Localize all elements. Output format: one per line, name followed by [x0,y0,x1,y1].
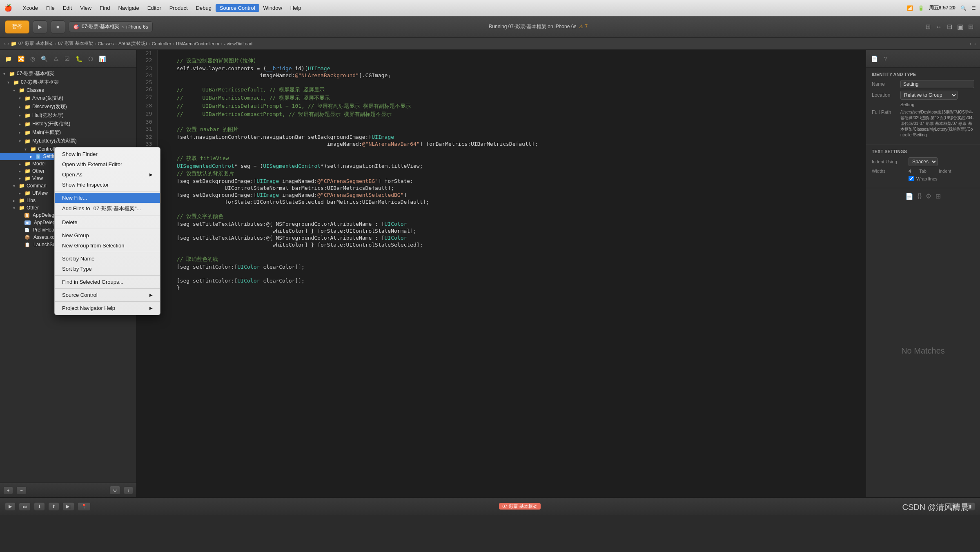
menubar-source-control[interactable]: Source Control [216,4,259,12]
line-code[interactable]: // 设置控制器的背景图片(拉伸) [157,57,866,65]
menubar-search[interactable]: 🔍 [960,5,967,11]
ctx-project-navigator-help[interactable]: Project Navigator Help ▶ [55,303,160,313]
indent-select[interactable]: Spaces [909,157,938,166]
line-code[interactable]: [self.navigationController.navigationBar… [157,134,866,140]
tree-item-root[interactable]: ▾ 📁 07-彩票-基本框架 [0,69,136,78]
panel-file-icon[interactable]: 📄 [869,54,880,64]
editor-mode-button[interactable]: ⊞ [924,21,932,32]
breadcrumb-action-back[interactable]: ‹ [970,41,971,46]
line-code[interactable]: [seg setTitleTextAttributes:@{ NSForegro… [157,220,866,227]
line-code[interactable] [157,79,866,86]
play-pause-btn[interactable]: ▶ [5,502,16,511]
sort-button[interactable]: ↕ [124,486,134,494]
line-code[interactable] [157,50,866,57]
sidebar-report-icon[interactable]: 📊 [97,54,107,64]
remove-file-button[interactable]: − [16,486,26,494]
menubar-file[interactable]: File [42,4,59,12]
menubar-edit[interactable]: Edit [59,4,76,12]
view-toggle-button[interactable]: ↔ [934,21,944,32]
line-code[interactable]: imageNamed:@"NLArenaNavBar64"] forBarMet… [157,140,866,147]
sidebar-symbol-icon[interactable]: ◎ [29,54,37,64]
line-code[interactable]: // UIBarMetricsDefaultPrompt = 101, // 竖… [157,102,866,110]
tree-item-project[interactable]: ▾ 📁 07-彩票-基本框架 [0,78,136,87]
tree-item-mylottery[interactable]: ▾ 📁 MyLottery(我的彩票) [0,137,136,145]
menubar-xcode[interactable]: Xcode [19,4,42,12]
sidebar-debug-icon[interactable]: 🐛 [74,54,84,64]
continue-btn[interactable]: ▶| [62,502,74,511]
panel-quick-help-icon[interactable]: ? [882,54,889,64]
menubar-window[interactable]: Window [259,4,286,12]
step-over-btn[interactable]: ⏭ [19,503,31,511]
line-code[interactable]: [seg setTitleTextAttributes:@{ NSForegro… [157,234,866,241]
tree-item-main[interactable]: ▸ 📁 Main(主框架) [0,128,136,137]
menubar-debug[interactable]: Debug [192,4,216,12]
line-code[interactable] [157,118,866,125]
breadcrumb-back[interactable]: ‹ [4,41,6,47]
line-code[interactable] [157,205,866,212]
apple-menu[interactable]: 🍎 [4,4,12,12]
line-code[interactable]: whiteColor] } forState:UIControlStateSel… [157,241,866,248]
line-code[interactable] [157,248,866,255]
line-code[interactable]: // 设置 navbar 的图片 [157,125,866,134]
line-code[interactable]: [seg setTintColor:[UIColor clearColor]]; [157,277,866,284]
breadcrumb-classes[interactable]: Classes [98,41,114,46]
breadcrumb-forward[interactable]: › [7,41,9,47]
ctx-delete[interactable]: Delete [55,217,160,227]
name-input[interactable] [900,80,974,88]
panel-icon-file[interactable]: 📄 [905,192,913,200]
step-out-btn[interactable]: ⬆ [48,502,59,511]
tree-item-hall[interactable]: ▸ 📁 Hall(竞彩大厅) [0,111,136,120]
line-code[interactable]: [seg setBackgroundImage:[UIImage imageNa… [157,191,866,198]
breadcrumb-action-forward[interactable]: › [974,41,976,46]
line-code[interactable]: [seg setTintColor:[UIColor clearColor]]; [157,263,866,270]
stop-button[interactable]: 暂停 [5,20,29,33]
sidebar-issue-icon[interactable]: ⚠ [52,54,60,64]
panel-toggle-button[interactable]: ▣ [956,21,965,32]
ctx-open-external[interactable]: Open with External Editor [55,159,160,169]
ctx-new-file[interactable]: New File... [55,193,160,203]
breadcrumb-target[interactable]: 07-彩票-基本框架 [58,40,93,47]
sidebar-breakpoint-icon[interactable]: ⬡ [87,54,95,64]
line-code[interactable]: // 设置文字的颜色 [157,212,866,220]
ctx-sort-name[interactable]: Sort by Name [55,254,160,264]
line-code[interactable]: UIControlStateNormal barMetrics:UIBarMet… [157,185,866,191]
menubar-help[interactable]: Help [286,4,305,12]
ctx-show-file-inspector[interactable]: Show File Inspector [55,180,160,190]
ctx-new-group-selection[interactable]: New Group from Selection [55,240,160,251]
inspector-button[interactable]: ⊞ [967,21,975,32]
panel-icon-settings[interactable]: ⚙ [926,192,931,200]
menubar-find[interactable]: Find [96,4,114,12]
layout-left-btn[interactable]: ◧ [949,502,960,511]
menubar-navigate[interactable]: Navigate [114,4,143,12]
ctx-open-as[interactable]: Open As ▶ [55,169,160,180]
sidebar-file-navigator-icon[interactable]: 📁 [3,54,13,64]
breadcrumb-method[interactable]: - viewDidLoad [224,41,252,46]
wrap-lines-checkbox[interactable] [909,176,914,181]
menubar-menu-icon[interactable]: ☰ [971,5,976,11]
layout-button[interactable]: ⊟ [945,21,954,32]
simulate-loc-btn[interactable]: 📍 [78,502,91,511]
line-code[interactable]: [seg setBackgroundImage:[UIImage imageNa… [157,178,866,185]
line-code[interactable]: whiteColor] } forState:UIControlStateNor… [157,227,866,234]
layout-right-btn[interactable]: ◨ [964,502,975,511]
add-file-button[interactable]: + [3,486,13,494]
line-code[interactable]: // 设置默认的背景图片 [157,169,866,178]
tree-item-discovery[interactable]: ▸ 📁 Discovery(发现) [0,102,136,111]
menubar-product[interactable]: Product [165,4,192,12]
breadcrumb-project[interactable]: 07-彩票-基本框架 [18,40,53,47]
tree-item-classes[interactable]: ▾ 📁 Classes [0,87,136,94]
menubar-view[interactable]: View [76,4,96,12]
line-code[interactable]: // 获取 titleView [157,154,866,162]
line-code[interactable]: imageNamed:@"NLArenaBackground"].CGImage… [157,72,866,79]
line-code[interactable]: forState:UIControlStateSelected barMetri… [157,198,866,205]
breadcrumb-controller[interactable]: Controller [152,41,172,46]
sidebar-vcs-icon[interactable]: 🔀 [16,54,26,64]
panel-icon-code[interactable]: {} [918,192,922,200]
filter-button[interactable]: ⊕ [109,486,120,494]
location-select[interactable]: Relative to Group [900,91,958,100]
line-code[interactable]: // UIBarMetricsDefault, // 横屏显示 竖屏显示 [157,86,866,94]
breadcrumb-arena[interactable]: Arena(竞技场) [118,40,147,47]
line-code[interactable]: // UIBarMetricsCompact, // 横屏显示 竖屏不显示 [157,94,866,102]
ctx-sort-type[interactable]: Sort by Type [55,264,160,274]
step-in-btn[interactable]: ⬇ [34,502,45,511]
